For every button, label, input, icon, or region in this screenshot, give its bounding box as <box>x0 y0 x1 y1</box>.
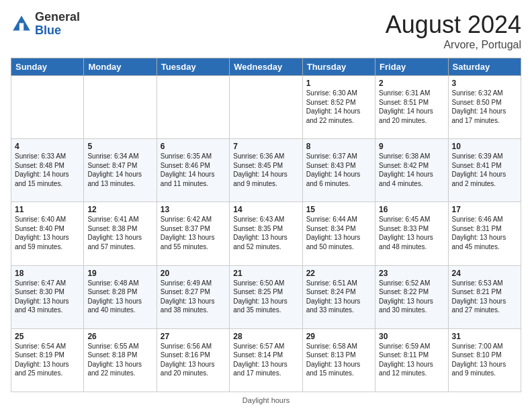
day-number: 22 <box>306 269 371 278</box>
day-number: 24 <box>452 269 517 278</box>
day-number: 25 <box>15 332 80 341</box>
title-block: August 2024 Arvore, Portugal <box>386 11 521 51</box>
day-info: Sunrise: 7:00 AM Sunset: 8:10 PM Dayligh… <box>452 342 517 378</box>
col-thursday: Thursday <box>302 58 375 76</box>
day-number: 15 <box>306 205 371 214</box>
calendar-day: 21Sunrise: 6:50 AM Sunset: 8:25 PM Dayli… <box>230 265 302 328</box>
calendar-day: 2Sunrise: 6:31 AM Sunset: 8:51 PM Daylig… <box>375 76 448 139</box>
day-number: 16 <box>379 205 444 214</box>
calendar-week-1: 1Sunrise: 6:30 AM Sunset: 8:52 PM Daylig… <box>11 76 521 139</box>
calendar-day: 19Sunrise: 6:48 AM Sunset: 8:28 PM Dayli… <box>84 265 157 328</box>
calendar-day: 22Sunrise: 6:51 AM Sunset: 8:24 PM Dayli… <box>302 265 375 328</box>
calendar-day <box>230 76 302 139</box>
calendar-day: 6Sunrise: 6:35 AM Sunset: 8:46 PM Daylig… <box>157 139 229 202</box>
day-info: Sunrise: 6:34 AM Sunset: 8:47 PM Dayligh… <box>87 152 152 188</box>
calendar-table: Sunday Monday Tuesday Wednesday Thursday… <box>11 58 521 392</box>
day-number: 5 <box>87 142 152 151</box>
day-number: 29 <box>306 332 371 341</box>
day-number: 9 <box>379 142 444 151</box>
day-info: Sunrise: 6:35 AM Sunset: 8:46 PM Dayligh… <box>161 152 226 188</box>
day-info: Sunrise: 6:47 AM Sunset: 8:30 PM Dayligh… <box>15 279 80 315</box>
calendar-day: 16Sunrise: 6:45 AM Sunset: 8:33 PM Dayli… <box>375 202 448 265</box>
logo-blue-label: Blue <box>35 24 80 38</box>
day-number: 18 <box>15 269 80 278</box>
calendar-day: 12Sunrise: 6:41 AM Sunset: 8:38 PM Dayli… <box>84 202 157 265</box>
logo-text: General Blue <box>35 11 80 38</box>
col-tuesday: Tuesday <box>157 58 229 76</box>
day-info: Sunrise: 6:48 AM Sunset: 8:28 PM Dayligh… <box>87 279 152 315</box>
calendar-week-2: 4Sunrise: 6:33 AM Sunset: 8:48 PM Daylig… <box>11 139 521 202</box>
col-sunday: Sunday <box>11 58 84 76</box>
calendar-day: 1Sunrise: 6:30 AM Sunset: 8:52 PM Daylig… <box>302 76 375 139</box>
day-info: Sunrise: 6:55 AM Sunset: 8:18 PM Dayligh… <box>87 342 152 378</box>
day-info: Sunrise: 6:54 AM Sunset: 8:19 PM Dayligh… <box>15 342 80 378</box>
day-info: Sunrise: 6:43 AM Sunset: 8:35 PM Dayligh… <box>233 215 298 251</box>
day-info: Sunrise: 6:58 AM Sunset: 8:13 PM Dayligh… <box>306 342 371 378</box>
day-number: 3 <box>452 79 517 88</box>
calendar-header-row: Sunday Monday Tuesday Wednesday Thursday… <box>11 58 521 76</box>
calendar-day: 31Sunrise: 7:00 AM Sunset: 8:10 PM Dayli… <box>448 328 521 392</box>
calendar-day: 3Sunrise: 6:32 AM Sunset: 8:50 PM Daylig… <box>448 76 521 139</box>
calendar-day: 20Sunrise: 6:49 AM Sunset: 8:27 PM Dayli… <box>157 265 229 328</box>
day-number: 21 <box>233 269 298 278</box>
day-info: Sunrise: 6:36 AM Sunset: 8:45 PM Dayligh… <box>233 152 298 188</box>
day-number: 27 <box>161 332 226 341</box>
calendar-day: 25Sunrise: 6:54 AM Sunset: 8:19 PM Dayli… <box>11 328 84 392</box>
calendar-week-5: 25Sunrise: 6:54 AM Sunset: 8:19 PM Dayli… <box>11 328 521 392</box>
day-number: 4 <box>15 142 80 151</box>
day-number: 10 <box>452 142 517 151</box>
page: General Blue August 2024 Arvore, Portuga… <box>0 0 532 411</box>
logo: General Blue <box>11 11 80 38</box>
col-wednesday: Wednesday <box>230 58 302 76</box>
day-number: 2 <box>379 79 444 88</box>
calendar-day: 10Sunrise: 6:39 AM Sunset: 8:41 PM Dayli… <box>448 139 521 202</box>
daylight-note: Daylight hours <box>11 396 521 404</box>
day-number: 28 <box>233 332 298 341</box>
calendar-day: 9Sunrise: 6:38 AM Sunset: 8:42 PM Daylig… <box>375 139 448 202</box>
day-info: Sunrise: 6:45 AM Sunset: 8:33 PM Dayligh… <box>379 215 444 251</box>
calendar-day: 26Sunrise: 6:55 AM Sunset: 8:18 PM Dayli… <box>84 328 157 392</box>
day-info: Sunrise: 6:37 AM Sunset: 8:43 PM Dayligh… <box>306 152 371 188</box>
day-number: 31 <box>452 332 517 341</box>
day-info: Sunrise: 6:39 AM Sunset: 8:41 PM Dayligh… <box>452 152 517 188</box>
month-year: August 2024 <box>386 11 521 39</box>
day-number: 6 <box>161 142 226 151</box>
day-info: Sunrise: 6:51 AM Sunset: 8:24 PM Dayligh… <box>306 279 371 315</box>
day-number: 19 <box>87 269 152 278</box>
calendar-day: 8Sunrise: 6:37 AM Sunset: 8:43 PM Daylig… <box>302 139 375 202</box>
calendar-day: 18Sunrise: 6:47 AM Sunset: 8:30 PM Dayli… <box>11 265 84 328</box>
calendar-week-3: 11Sunrise: 6:40 AM Sunset: 8:40 PM Dayli… <box>11 202 521 265</box>
calendar-day: 17Sunrise: 6:46 AM Sunset: 8:31 PM Dayli… <box>448 202 521 265</box>
day-info: Sunrise: 6:59 AM Sunset: 8:11 PM Dayligh… <box>379 342 444 378</box>
day-info: Sunrise: 6:49 AM Sunset: 8:27 PM Dayligh… <box>161 279 226 315</box>
day-number: 20 <box>161 269 226 278</box>
day-info: Sunrise: 6:32 AM Sunset: 8:50 PM Dayligh… <box>452 89 517 125</box>
day-info: Sunrise: 6:46 AM Sunset: 8:31 PM Dayligh… <box>452 215 517 251</box>
col-monday: Monday <box>84 58 157 76</box>
calendar-day <box>157 76 229 139</box>
day-info: Sunrise: 6:57 AM Sunset: 8:14 PM Dayligh… <box>233 342 298 378</box>
calendar-day <box>84 76 157 139</box>
day-number: 8 <box>306 142 371 151</box>
header: General Blue August 2024 Arvore, Portuga… <box>11 11 521 51</box>
logo-icon <box>11 13 32 35</box>
calendar-day: 13Sunrise: 6:42 AM Sunset: 8:37 PM Dayli… <box>157 202 229 265</box>
calendar-day: 27Sunrise: 6:56 AM Sunset: 8:16 PM Dayli… <box>157 328 229 392</box>
day-info: Sunrise: 6:30 AM Sunset: 8:52 PM Dayligh… <box>306 89 371 125</box>
calendar-day: 23Sunrise: 6:52 AM Sunset: 8:22 PM Dayli… <box>375 265 448 328</box>
calendar-week-4: 18Sunrise: 6:47 AM Sunset: 8:30 PM Dayli… <box>11 265 521 328</box>
logo-general-label: General <box>35 11 80 24</box>
day-number: 23 <box>379 269 444 278</box>
svg-rect-2 <box>19 23 24 30</box>
calendar-day: 14Sunrise: 6:43 AM Sunset: 8:35 PM Dayli… <box>230 202 302 265</box>
day-number: 1 <box>306 79 371 88</box>
day-number: 17 <box>452 205 517 214</box>
calendar-day: 29Sunrise: 6:58 AM Sunset: 8:13 PM Dayli… <box>302 328 375 392</box>
calendar-day: 5Sunrise: 6:34 AM Sunset: 8:47 PM Daylig… <box>84 139 157 202</box>
calendar-day: 15Sunrise: 6:44 AM Sunset: 8:34 PM Dayli… <box>302 202 375 265</box>
calendar-day: 30Sunrise: 6:59 AM Sunset: 8:11 PM Dayli… <box>375 328 448 392</box>
day-info: Sunrise: 6:33 AM Sunset: 8:48 PM Dayligh… <box>15 152 80 188</box>
calendar-day: 24Sunrise: 6:53 AM Sunset: 8:21 PM Dayli… <box>448 265 521 328</box>
col-friday: Friday <box>375 58 448 76</box>
day-info: Sunrise: 6:50 AM Sunset: 8:25 PM Dayligh… <box>233 279 298 315</box>
